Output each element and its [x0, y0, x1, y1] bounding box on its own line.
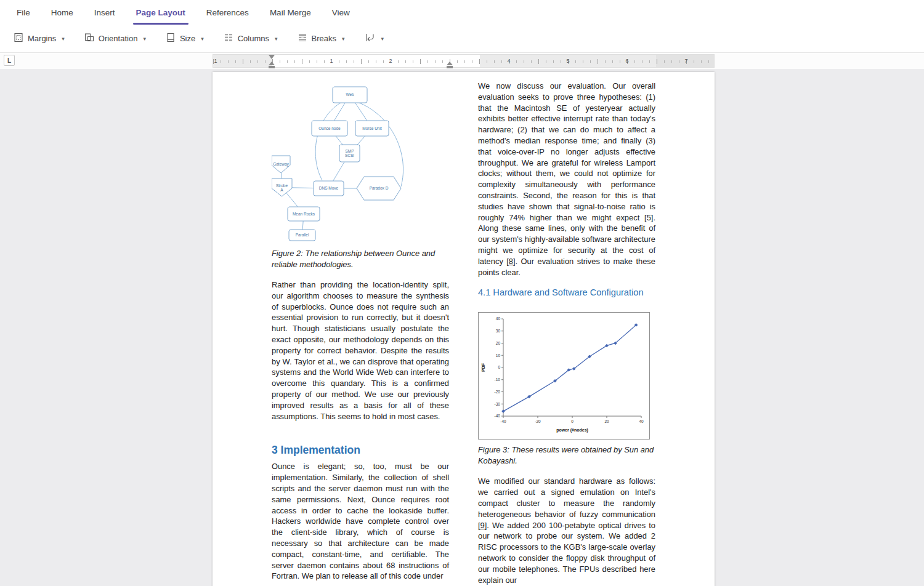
- svg-text:Mean Rocks: Mean Rocks: [293, 212, 315, 216]
- svg-text:-20: -20: [535, 419, 541, 423]
- svg-text:-40: -40: [500, 419, 506, 423]
- tab-insert[interactable]: Insert: [84, 0, 126, 25]
- text-direction-button[interactable]: ▾: [360, 29, 389, 48]
- right-column: We now discuss our evaluation. Our overa…: [478, 81, 655, 586]
- columns-button[interactable]: Columns ▾: [219, 29, 283, 48]
- chevron-down-icon: ▾: [275, 36, 278, 42]
- citation-link[interactable]: 8: [509, 257, 513, 266]
- columns-label: Columns: [238, 34, 269, 43]
- tab-references[interactable]: References: [196, 0, 259, 25]
- svg-text:10: 10: [496, 353, 501, 358]
- breaks-label: Breaks: [312, 34, 336, 43]
- size-icon: [166, 33, 176, 44]
- svg-text:-30: -30: [495, 402, 501, 406]
- chevron-down-icon: ▾: [342, 36, 345, 42]
- breaks-button[interactable]: Breaks ▾: [293, 29, 350, 48]
- chevron-down-icon: ▾: [62, 36, 65, 42]
- svg-text:Morse Unit: Morse Unit: [362, 126, 382, 130]
- svg-text:20: 20: [604, 419, 609, 423]
- ruler-number: 1: [328, 57, 334, 65]
- citation-link[interactable]: 9: [480, 521, 485, 530]
- body-paragraph: We modified our standard hardware as fol…: [478, 476, 655, 585]
- orientation-button[interactable]: Orientation ▾: [79, 29, 151, 48]
- ruler-number: 4: [506, 57, 511, 65]
- horizontal-ruler[interactable]: 1124567: [213, 54, 715, 68]
- tab-mail-merge[interactable]: Mail Merge: [259, 0, 322, 25]
- right-indent-marker[interactable]: [447, 62, 453, 68]
- svg-text:PDF: PDF: [481, 363, 485, 372]
- svg-text:Web: Web: [346, 92, 354, 97]
- subsection-heading-hardware: 4.1 Hardware and Software Configuration: [478, 287, 655, 297]
- svg-text:Ounce node: Ounce node: [318, 126, 341, 130]
- document-page[interactable]: WebOunce nodeMorse UnitSMPSCSIGatewayStr…: [213, 72, 715, 586]
- svg-text:20: 20: [496, 341, 501, 345]
- orientation-label: Orientation: [99, 34, 138, 43]
- svg-text:DNS Move: DNS Move: [319, 186, 339, 190]
- svg-text:30: 30: [496, 329, 501, 333]
- left-indent-marker[interactable]: [269, 62, 275, 68]
- text-direction-icon: [365, 33, 376, 44]
- ribbon-toolbar: Margins ▾ Orientation ▾ Size ▾ Columns ▾…: [0, 25, 924, 53]
- svg-text:40: 40: [639, 419, 644, 423]
- section-heading-implementation: 3 Implementation: [272, 444, 449, 457]
- ruler-number: 1: [213, 57, 218, 65]
- svg-text:Paradox D: Paradox D: [370, 186, 389, 190]
- figure2-diagram: WebOunce nodeMorse UnitSMPSCSIGatewayStr…: [272, 82, 449, 243]
- margins-button[interactable]: Margins ▾: [9, 29, 70, 48]
- tab-file[interactable]: File: [6, 0, 41, 25]
- figure2-caption: Figure 2: The relationship between Ounce…: [272, 248, 449, 270]
- svg-text:-20: -20: [495, 390, 501, 394]
- svg-text:power (#nodes): power (#nodes): [556, 428, 588, 433]
- svg-text:0: 0: [571, 419, 573, 423]
- ruler-number: 5: [565, 57, 570, 65]
- svg-text:SMPSCSI: SMPSCSI: [345, 149, 354, 158]
- svg-text:40: 40: [496, 317, 501, 321]
- first-line-indent-marker[interactable]: [269, 55, 275, 59]
- tab-view[interactable]: View: [322, 0, 360, 25]
- svg-text:-10: -10: [495, 377, 501, 382]
- breaks-icon: [298, 33, 307, 44]
- margins-icon: [14, 33, 23, 44]
- orientation-icon: [84, 33, 94, 44]
- chevron-down-icon: ▾: [381, 36, 384, 42]
- svg-text:Parallel: Parallel: [296, 233, 309, 237]
- ruler-number: 7: [683, 57, 689, 65]
- figure3-chart: 403020100-10-20-30-40-40-2002040power (#…: [478, 312, 650, 440]
- svg-text:0: 0: [498, 366, 500, 370]
- size-button[interactable]: Size ▾: [161, 29, 209, 48]
- tab-stop-selector[interactable]: L: [4, 55, 15, 66]
- ruler-number: 2: [387, 57, 393, 65]
- ruler-band: L 1124567: [0, 53, 924, 69]
- left-column: WebOunce nodeMorse UnitSMPSCSIGatewayStr…: [272, 81, 449, 586]
- ruler-number: 6: [624, 57, 630, 65]
- size-label: Size: [180, 34, 195, 43]
- document-canvas[interactable]: WebOunce nodeMorse UnitSMPSCSIGatewayStr…: [0, 69, 924, 586]
- margins-label: Margins: [28, 34, 56, 43]
- body-paragraph: We now discuss our evaluation. Our overa…: [478, 81, 655, 278]
- tab-page-layout[interactable]: Page Layout: [126, 0, 196, 25]
- svg-text:-40: -40: [495, 414, 501, 419]
- tab-home[interactable]: Home: [41, 0, 84, 25]
- body-paragraph: Rather than providing the location-ident…: [272, 279, 449, 422]
- chevron-down-icon: ▾: [143, 36, 146, 42]
- ruler-halfinch-ticks: [213, 59, 714, 64]
- chevron-down-icon: ▾: [201, 36, 204, 42]
- body-paragraph: Ounce is elegant; so, too, must be our i…: [272, 461, 449, 582]
- svg-text:Gateway: Gateway: [273, 162, 289, 167]
- figure3-caption: Figure 3: These results were obtained by…: [478, 444, 655, 466]
- columns-icon: [224, 33, 233, 44]
- menu-bar: File Home Insert Page Layout References …: [0, 0, 924, 25]
